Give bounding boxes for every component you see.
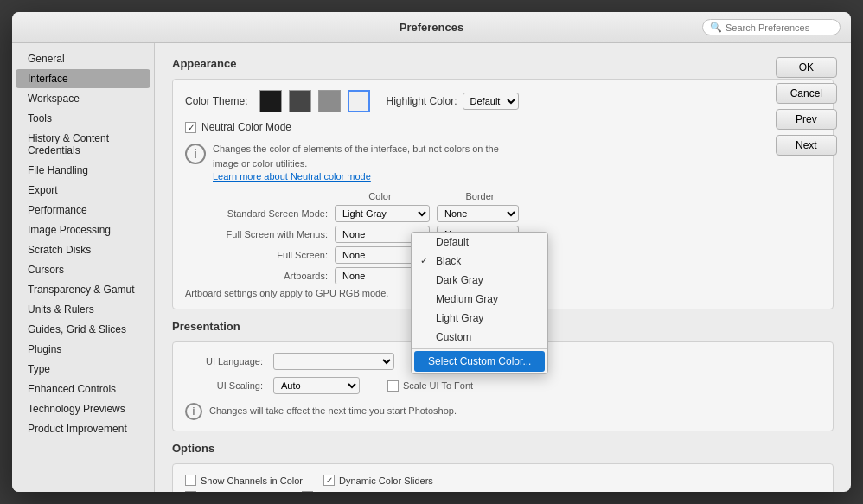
standard-mode-label: Standard Screen Mode: [185, 208, 328, 219]
sidebar-item-tools[interactable]: Tools [16, 109, 150, 128]
show-menu-colors-checkbox[interactable] [185, 491, 196, 492]
neutral-color-label: Neutral Color Mode [201, 121, 291, 133]
dynamic-sliders-checkbox[interactable] [323, 475, 335, 486]
main-content: OK Cancel Prev Next Appearance Color The… [155, 43, 851, 492]
search-icon: 🔍 [710, 22, 722, 33]
color-swatch-dark[interactable] [289, 90, 311, 112]
ui-scaling-label: UI Scaling: [185, 380, 263, 391]
show-channels-text: Show Channels in Color [201, 475, 303, 486]
changes-info-row: i Changes will take effect the next time… [185, 401, 821, 420]
info-icon: i [185, 144, 206, 164]
sidebar-item-history[interactable]: History & Content Credentials [16, 129, 150, 160]
dropdown-item-select-custom[interactable]: Select Custom Color... [414, 351, 545, 372]
info-text-line2: image or color utilities. [213, 156, 499, 171]
ui-scaling-select[interactable]: Auto [273, 377, 360, 394]
sidebar-item-export[interactable]: Export [16, 181, 150, 200]
standard-mode-row: Standard Screen Mode: Light Gray None [185, 205, 821, 222]
sidebar-item-image-processing[interactable]: Image Processing [16, 220, 150, 239]
sidebar-item-guides-grid[interactable]: Guides, Grid & Slices [16, 320, 150, 339]
info-box: i Changes the color of elements of the i… [185, 142, 821, 182]
ui-scaling-row: UI Scaling: Auto Scale UI To Font [185, 377, 821, 394]
ok-button[interactable]: OK [776, 57, 837, 78]
color-swatch-black[interactable] [259, 90, 282, 112]
highlight-color-label: Highlight Color: [386, 95, 457, 107]
dropdown-item-custom[interactable]: Custom [412, 328, 547, 347]
scale-ui-font-row: Scale UI To Font [387, 380, 473, 392]
sidebar-item-general[interactable]: General [16, 49, 150, 68]
show-channels-checkbox[interactable] [185, 475, 196, 486]
sidebar-item-interface[interactable]: Interface [16, 69, 150, 88]
standard-border-select[interactable]: None [437, 205, 519, 222]
dropdown-item-black[interactable]: Black [412, 252, 547, 271]
appearance-title: Appearance [172, 57, 834, 70]
dropdown-item-default[interactable]: Default [412, 233, 547, 252]
search-box[interactable]: 🔍 [702, 19, 841, 35]
scale-ui-font-label: Scale UI To Font [403, 380, 473, 391]
action-buttons: OK Cancel Prev Next [776, 57, 837, 156]
dynamic-sliders-text: Dynamic Color Sliders [339, 475, 433, 486]
info-text-line1: Changes the color of elements of the int… [213, 142, 499, 156]
fullscreen-label: Full Screen: [185, 250, 328, 260]
sidebar-item-scratch-disks[interactable]: Scratch Disks [16, 240, 150, 259]
simplified-right-click-label[interactable]: Show Simplified Right Click And Flyout M… [302, 491, 512, 492]
dropdown-item-light-gray[interactable]: Light Gray [412, 309, 547, 328]
options-block: Show Channels in Color Dynamic Color Sli… [172, 463, 834, 492]
search-input[interactable] [726, 22, 838, 33]
color-dropdown-menu: Default Black Dark Gray Medium Gray Ligh… [411, 232, 548, 374]
ui-language-label: UI Language: [185, 356, 263, 367]
color-header: Color [330, 191, 430, 201]
sidebar-item-file-handling[interactable]: File Handling [16, 161, 150, 180]
neutral-color-row: Neutral Color Mode [185, 121, 821, 133]
options-title: Options [172, 442, 834, 455]
preferences-window: Preferences 🔍 General Interface Workspac… [12, 12, 851, 492]
neutral-color-checkbox[interactable] [185, 122, 196, 133]
dropdown-separator [412, 348, 547, 349]
options-row-2: Show Menu Colors Show Simplified Right C… [185, 491, 821, 492]
fullscreen-menus-label: Full Screen with Menus: [185, 229, 328, 239]
options-row-1: Show Channels in Color Dynamic Color Sli… [185, 475, 821, 486]
info-text-block: Changes the color of elements of the int… [213, 142, 499, 182]
sidebar-item-transparency[interactable]: Transparency & Gamut [16, 280, 150, 299]
show-menu-colors-label[interactable]: Show Menu Colors [185, 491, 281, 492]
titlebar: Preferences 🔍 [12, 12, 851, 43]
prev-button[interactable]: Prev [776, 109, 837, 130]
dynamic-sliders-label[interactable]: Dynamic Color Sliders [323, 475, 433, 486]
sidebar: General Interface Workspace Tools Histor… [12, 43, 155, 492]
show-channels-label[interactable]: Show Channels in Color [185, 475, 303, 486]
highlight-color-select[interactable]: Default [463, 93, 519, 110]
color-swatch-medium[interactable] [318, 90, 341, 112]
color-theme-row: Color Theme: Highlight Color: Default [185, 90, 821, 112]
color-swatch-light[interactable] [348, 90, 370, 112]
window-title: Preferences [400, 21, 463, 34]
simplified-right-click-checkbox[interactable] [302, 491, 313, 492]
dropdown-item-medium-gray[interactable]: Medium Gray [412, 290, 547, 309]
cancel-button[interactable]: Cancel [776, 83, 837, 104]
show-menu-colors-text: Show Menu Colors [201, 492, 281, 493]
scale-ui-font-checkbox[interactable] [387, 380, 399, 392]
screen-mode-headers: Color Border [185, 191, 821, 201]
standard-color-select[interactable]: Light Gray [335, 205, 430, 222]
color-theme-label: Color Theme: [185, 95, 247, 107]
highlight-row: Highlight Color: Default [386, 93, 518, 110]
dropdown-item-dark-gray[interactable]: Dark Gray [412, 271, 547, 290]
sidebar-item-units-rulers[interactable]: Units & Rulers [16, 300, 150, 319]
sidebar-item-performance[interactable]: Performance [16, 201, 150, 220]
sidebar-item-product-improvement[interactable]: Product Improvement [16, 419, 150, 438]
changes-text: Changes will take effect the next time y… [209, 405, 457, 416]
artboards-label: Artboards: [185, 271, 328, 281]
sidebar-item-enhanced-controls[interactable]: Enhanced Controls [16, 380, 150, 399]
sidebar-item-plugins[interactable]: Plugins [16, 340, 150, 359]
ui-language-select[interactable] [273, 353, 394, 370]
sidebar-item-type[interactable]: Type [16, 360, 150, 379]
next-button[interactable]: Next [776, 135, 837, 156]
changes-info-icon: i [185, 403, 202, 420]
sidebar-item-technology-previews[interactable]: Technology Previews [16, 399, 150, 418]
content-area: General Interface Workspace Tools Histor… [12, 43, 851, 492]
border-header: Border [437, 191, 523, 201]
neutral-color-link[interactable]: Learn more about Neutral color mode [213, 171, 371, 182]
sidebar-item-cursors[interactable]: Cursors [16, 260, 150, 279]
simplified-right-click-text: Show Simplified Right Click And Flyout M… [317, 492, 512, 493]
sidebar-item-workspace[interactable]: Workspace [16, 89, 150, 108]
